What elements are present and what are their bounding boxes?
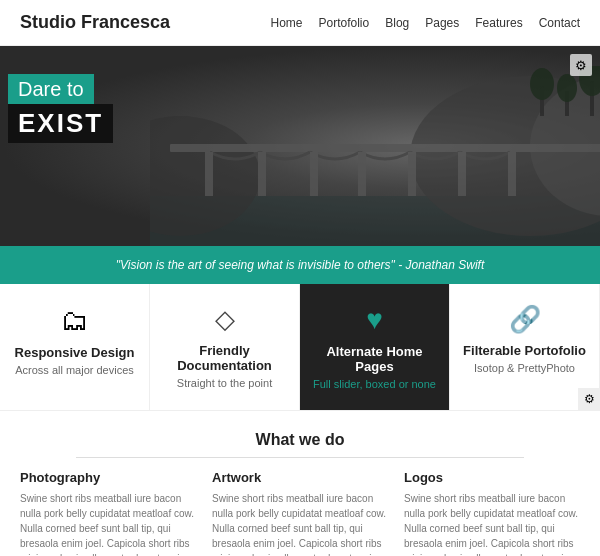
feature-alternate-subtitle: Full slider, boxed or none bbox=[312, 378, 437, 390]
page-wrapper: Studio Francesca Home Portofolio Blog Pa… bbox=[0, 0, 600, 556]
nav-pages[interactable]: Pages bbox=[425, 16, 459, 30]
card-logos-title: Logos bbox=[404, 470, 580, 485]
feature-portfolio-subtitle: Isotop & PrettyPhoto bbox=[462, 362, 587, 374]
feature-documentation-title: Friendly Documentation bbox=[162, 343, 287, 373]
card-photography-text: Swine short ribs meatball iure bacon nul… bbox=[20, 491, 196, 556]
card-logos: Logos Swine short ribs meatball iure bac… bbox=[404, 470, 580, 556]
alternate-icon: ♥ bbox=[312, 304, 437, 336]
site-logo: Studio Francesca bbox=[20, 12, 170, 33]
cards-row: Photography Swine short ribs meatball iu… bbox=[20, 470, 580, 556]
card-logos-text: Swine short ribs meatball iure bacon nul… bbox=[404, 491, 580, 556]
card-artwork-title: Artwork bbox=[212, 470, 388, 485]
what-we-do-section: What we do Photography Swine short ribs … bbox=[0, 411, 600, 556]
feature-documentation-subtitle: Straight to the point bbox=[162, 377, 287, 389]
feature-portfolio-title: Filterable Portofolio bbox=[462, 343, 587, 358]
svg-rect-4 bbox=[170, 144, 600, 152]
feature-responsive-title: Responsive Design bbox=[12, 345, 137, 360]
card-photography-title: Photography bbox=[20, 470, 196, 485]
feature-alternate-title: Alternate Home Pages bbox=[312, 344, 437, 374]
portfolio-icon: 🔗 bbox=[462, 304, 587, 335]
card-artwork-text: Swine short ribs meatball iure bacon nul… bbox=[212, 491, 388, 556]
svg-point-15 bbox=[557, 74, 577, 102]
feature-alternate[interactable]: ♥ Alternate Home Pages Full slider, boxe… bbox=[300, 284, 450, 410]
hero-settings-icon[interactable]: ⚙ bbox=[570, 54, 592, 76]
hero-section: Dare to EXIST ⚙ bbox=[0, 46, 600, 246]
features-settings-icon[interactable]: ⚙ bbox=[578, 388, 600, 410]
nav-contact[interactable]: Contact bbox=[539, 16, 580, 30]
card-artwork: Artwork Swine short ribs meatball iure b… bbox=[212, 470, 388, 556]
card-photography: Photography Swine short ribs meatball iu… bbox=[20, 470, 196, 556]
quote-text: "Vision is the art of seeing what is inv… bbox=[116, 258, 484, 272]
feature-responsive[interactable]: 🗂 Responsive Design Across all major dev… bbox=[0, 284, 150, 410]
svg-rect-9 bbox=[408, 152, 416, 196]
feature-documentation[interactable]: ◇ Friendly Documentation Straight to the… bbox=[150, 284, 300, 410]
nav-home[interactable]: Home bbox=[271, 16, 303, 30]
hero-dare-text: Dare to bbox=[8, 74, 94, 105]
section-divider bbox=[76, 457, 524, 458]
main-nav: Home Portofolio Blog Pages Features Cont… bbox=[271, 16, 581, 30]
section-title: What we do bbox=[20, 431, 580, 449]
nav-blog[interactable]: Blog bbox=[385, 16, 409, 30]
svg-rect-10 bbox=[458, 152, 466, 196]
header: Studio Francesca Home Portofolio Blog Pa… bbox=[0, 0, 600, 46]
features-row: 🗂 Responsive Design Across all major dev… bbox=[0, 284, 600, 411]
quote-bar: "Vision is the art of seeing what is inv… bbox=[0, 246, 600, 284]
nav-features[interactable]: Features bbox=[475, 16, 522, 30]
svg-rect-6 bbox=[258, 152, 266, 196]
feature-responsive-subtitle: Across all major devices bbox=[12, 364, 137, 376]
svg-point-13 bbox=[530, 68, 554, 100]
svg-rect-8 bbox=[358, 152, 366, 196]
bridge-illustration bbox=[150, 66, 600, 246]
svg-rect-11 bbox=[508, 152, 516, 196]
svg-rect-7 bbox=[310, 152, 318, 196]
nav-portofolio[interactable]: Portofolio bbox=[319, 16, 370, 30]
hero-exist-text: EXIST bbox=[8, 104, 113, 143]
documentation-icon: ◇ bbox=[162, 304, 287, 335]
responsive-icon: 🗂 bbox=[12, 304, 137, 337]
svg-rect-5 bbox=[205, 152, 213, 196]
